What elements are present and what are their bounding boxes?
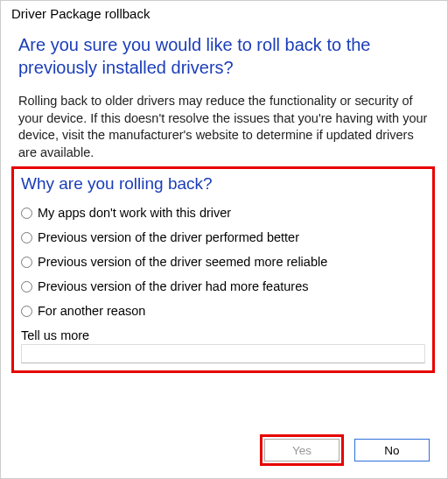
radio-input[interactable] [21, 257, 32, 268]
radio-input[interactable] [21, 306, 32, 317]
tell-us-more-input[interactable] [21, 344, 425, 363]
dialog-content: Are you sure you would like to roll back… [1, 23, 447, 373]
radio-input[interactable] [21, 208, 32, 219]
body-text: Rolling back to older drivers may reduce… [18, 93, 430, 161]
radio-input[interactable] [21, 232, 32, 243]
radio-label: My apps don't work with this driver [38, 206, 231, 220]
button-row: Yes No [260, 434, 430, 466]
tell-us-more-label: Tell us more [21, 328, 425, 342]
yes-button[interactable]: Yes [264, 439, 340, 461]
survey-highlight-box: Why are you rolling back? My apps don't … [11, 166, 435, 373]
radio-option-more-reliable[interactable]: Previous version of the driver seemed mo… [21, 255, 425, 269]
yes-button-highlight: Yes [260, 434, 344, 466]
radio-label: For another reason [38, 304, 145, 318]
window-title: Driver Package rollback [1, 1, 447, 23]
radio-label: Previous version of the driver performed… [38, 230, 299, 244]
headline-text: Are you sure you would like to roll back… [18, 33, 430, 79]
dialog-window: Driver Package rollback Are you sure you… [0, 0, 448, 479]
radio-input[interactable] [21, 281, 32, 292]
radio-label: Previous version of the driver seemed mo… [38, 255, 327, 269]
radio-option-apps-dont-work[interactable]: My apps don't work with this driver [21, 206, 425, 220]
no-button[interactable]: No [354, 439, 430, 461]
radio-label: Previous version of the driver had more … [38, 279, 308, 293]
radio-option-another-reason[interactable]: For another reason [21, 304, 425, 318]
survey-heading: Why are you rolling back? [21, 174, 425, 194]
radio-option-performed-better[interactable]: Previous version of the driver performed… [21, 230, 425, 244]
radio-option-more-features[interactable]: Previous version of the driver had more … [21, 279, 425, 293]
